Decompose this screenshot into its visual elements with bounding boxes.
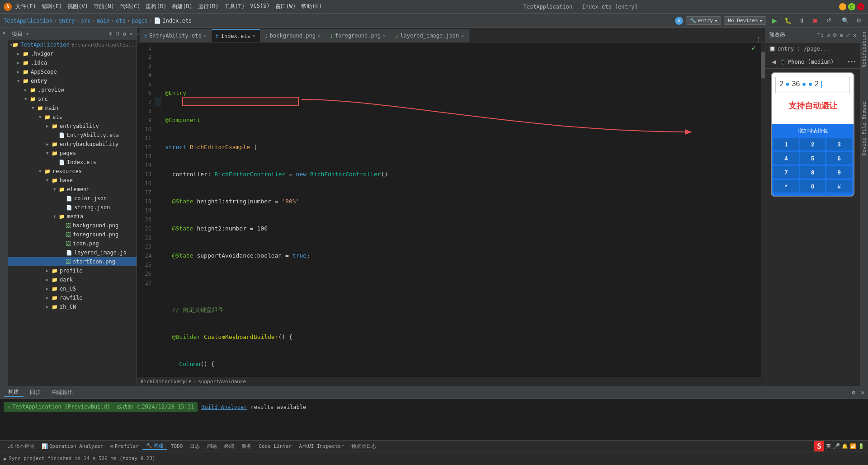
breadcrumb-filename[interactable]: Index.ets — [162, 18, 192, 24]
tree-string-json[interactable]: 📄string.json — [8, 203, 137, 212]
tree-pages[interactable]: ▼📁pages — [8, 149, 137, 158]
bottom-tab-build[interactable]: 构建 — [4, 387, 24, 397]
tree-icon-png[interactable]: 🖼icon.png — [8, 239, 137, 248]
settings-button[interactable]: ⚙ — [854, 15, 864, 26]
menu-navigate[interactable]: 导航(N) — [94, 3, 114, 10]
preview-font-icon[interactable]: T↕ — [817, 32, 824, 38]
tab-close-index[interactable]: ✕ — [253, 33, 255, 38]
stop-button[interactable]: ⏹ — [810, 15, 821, 26]
tree-hvigor[interactable]: ▶📁.hvigor — [8, 49, 137, 58]
status-operation[interactable]: 📊 Operation Analyzer — [38, 443, 107, 449]
breadcrumb-entry[interactable]: entry — [59, 18, 75, 24]
build-analyzer-link[interactable]: Build Analyzer — [201, 404, 247, 410]
menu-refactor[interactable]: 重构(R) — [146, 3, 166, 10]
status-log[interactable]: 日志 — [186, 443, 203, 450]
tree-index-ets[interactable]: 📄Index.ets — [8, 158, 137, 167]
tree-element[interactable]: ▼📁element — [8, 185, 137, 194]
preview-settings-icon[interactable]: ⚙ — [840, 32, 843, 38]
key-0[interactable]: 0 — [800, 180, 826, 193]
tree-src[interactable]: ▼📁src — [8, 94, 137, 103]
debug-button[interactable]: 🐛 — [783, 15, 793, 26]
editor-scrollbar[interactable] — [761, 42, 765, 377]
status-service[interactable]: 服务 — [238, 443, 255, 450]
reload-button[interactable]: ↺ — [823, 15, 834, 26]
menu-file[interactable]: 文件(F) — [15, 3, 36, 10]
sync-expand-icon[interactable]: ▶ — [4, 456, 7, 462]
status-version[interactable]: ⎇ 版本控制 — [4, 443, 38, 450]
editor-settings-icon[interactable]: ⋮ — [756, 36, 761, 42]
key-3[interactable]: 3 — [826, 138, 852, 150]
status-profiler[interactable]: ◎ Profiler — [107, 443, 142, 449]
status-terminal[interactable]: 终端 — [221, 443, 238, 450]
tab-entryability[interactable]: E EntryAbility.ets ✕ — [140, 29, 212, 42]
search-icon[interactable]: ⚙ — [675, 17, 683, 25]
tree-preview-folder[interactable]: ▶📁.preview — [8, 85, 137, 94]
tree-idea[interactable]: ▶📁.idea — [8, 58, 137, 67]
preview-rotate-icon[interactable]: ⟳ — [833, 32, 837, 38]
right-tab-notification[interactable]: Notification — [860, 28, 868, 71]
tree-dark[interactable]: ▶📁dark — [8, 275, 137, 284]
search-button[interactable]: 🔍 — [840, 15, 851, 26]
tree-appscope[interactable]: ▶📁AppScope — [8, 67, 137, 76]
key-hash[interactable]: # — [826, 180, 852, 193]
window-controls[interactable]: — □ ✕ — [839, 3, 864, 10]
menu-window[interactable]: 窗口(W) — [275, 3, 296, 10]
tree-background-png[interactable]: 🖼background.png — [8, 221, 137, 230]
notify-icon[interactable]: 🔔 — [842, 443, 848, 449]
tree-base[interactable]: ▼📁base — [8, 176, 137, 185]
preview-back-btn[interactable]: ◀ — [769, 57, 778, 66]
menu-edit[interactable]: 编辑(E) — [42, 3, 62, 10]
tree-entry[interactable]: ▼📁entry — [8, 76, 137, 85]
status-problem[interactable]: 问题 — [203, 443, 221, 450]
scrollbar-thumb[interactable] — [761, 52, 765, 79]
status-preview-log[interactable]: 预览器日志 — [348, 443, 380, 450]
menu-tools[interactable]: 工具(T) — [224, 3, 245, 10]
tree-color-json[interactable]: 📄color.json — [8, 194, 137, 203]
tree-profile[interactable]: ▶📁profile — [8, 266, 137, 275]
menu-vcs[interactable]: VCS(S) — [250, 3, 269, 10]
bottom-tab-sync[interactable]: 同步 — [25, 387, 45, 397]
tree-entryability[interactable]: ▶📁entryability — [8, 122, 137, 131]
preview-more-icon[interactable]: ••• — [847, 59, 856, 65]
mic-icon[interactable]: 🎤 — [833, 443, 840, 450]
sidebar-collapse-icon[interactable]: ⊟ — [116, 31, 119, 37]
status-build-btn[interactable]: 🔨 构建 — [142, 442, 167, 450]
breadcrumb-ets[interactable]: ets — [116, 18, 126, 24]
key-2[interactable]: 2 — [800, 138, 826, 150]
wifi-icon[interactable]: 📶 — [850, 443, 856, 449]
close-button[interactable]: ✕ — [857, 3, 864, 10]
keyboard-special-btn[interactable]: 增加特表情包 — [774, 126, 852, 136]
code-editor[interactable]: 12345 678910 1112131415 1617181920 21222… — [137, 42, 765, 377]
key-4[interactable]: 4 — [774, 152, 799, 164]
right-tab-device-files[interactable]: Device File Browse — [860, 98, 868, 159]
tab-close-fg[interactable]: ✕ — [383, 33, 386, 38]
tree-media[interactable]: ▼📁media — [8, 212, 137, 221]
device-selector[interactable]: No Devices ▼ — [724, 16, 766, 25]
tab-close-layered[interactable]: ✕ — [461, 33, 464, 38]
preview-close-icon[interactable]: ✕ — [853, 32, 856, 38]
menu-bar[interactable]: 文件(F) 编辑(E) 视图(V) 导航(N) 代码(C) 重构(R) 构建(B… — [15, 3, 322, 10]
tree-layered-image[interactable]: 📄layered_image.js — [8, 248, 137, 257]
key-1[interactable]: 1 — [774, 138, 799, 150]
menu-view[interactable]: 视图(V) — [67, 3, 88, 10]
menu-run[interactable]: 运行(R) — [198, 3, 219, 10]
sidebar-expand-icon[interactable]: ⊞ — [109, 31, 112, 37]
menu-code[interactable]: 代码(C) — [120, 3, 141, 10]
tree-en-us[interactable]: ▶📁en_US — [8, 284, 137, 293]
menu-help[interactable]: 帮助(H) — [301, 3, 322, 10]
phone-input[interactable]: 2 ● 36 ● ● 2 | — [775, 77, 850, 93]
tab-foreground-png[interactable]: I foreground.png ✕ — [326, 29, 391, 42]
tab-layered-json[interactable]: J layered_image.json ✕ — [391, 29, 469, 42]
key-7[interactable]: 7 — [774, 166, 799, 178]
breadcrumb-project[interactable]: TestApplication — [4, 18, 52, 24]
tree-root[interactable]: ▼ 📁 TestApplication E:\nana\Desktop\Tes.… — [8, 40, 137, 49]
bottom-tab-build-output[interactable]: 构建输出 — [47, 387, 78, 397]
key-9[interactable]: 9 — [826, 166, 852, 178]
tree-entrybackup[interactable]: ▶📁entrybackupability — [8, 140, 137, 149]
profile-button[interactable]: ⏸ — [796, 15, 807, 26]
maximize-button[interactable]: □ — [848, 3, 855, 10]
sidebar-close-icon[interactable]: ✕ — [130, 31, 133, 37]
tree-rawfile[interactable]: ▶📁rawfile — [8, 293, 137, 302]
left-panel-toggle[interactable]: ≡ — [1, 30, 6, 36]
tree-starticon-png[interactable]: 🖼startIcon.png — [8, 257, 137, 266]
